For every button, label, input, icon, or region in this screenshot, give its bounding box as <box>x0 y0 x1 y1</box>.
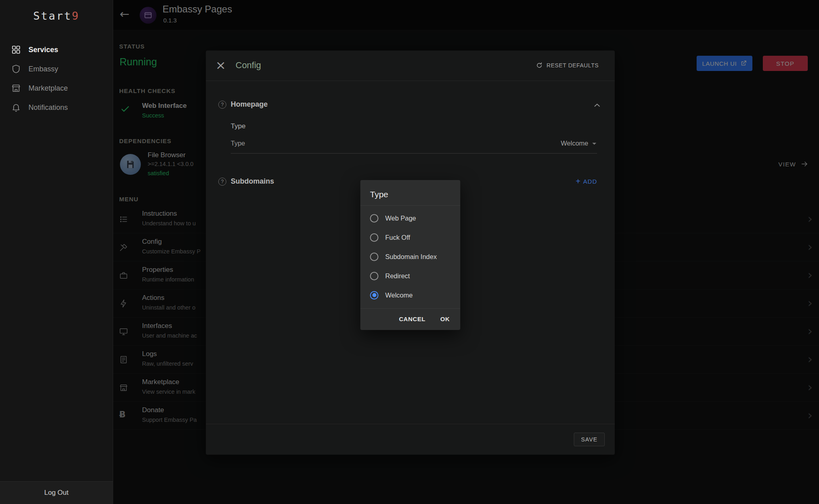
radio-icon <box>370 233 378 242</box>
storefront-icon <box>11 83 21 93</box>
start9-logo: Start9 <box>0 0 113 29</box>
radio-icon <box>370 291 378 300</box>
radio-option-label: Welcome <box>385 291 413 299</box>
dialog-footer: CANCEL OK <box>360 308 460 330</box>
sidebar-item-notifications[interactable]: Notifications <box>0 98 113 117</box>
radio-option-redirect[interactable]: Redirect <box>360 266 460 285</box>
radio-option-web-page[interactable]: Web Page <box>360 208 460 228</box>
sidebar-item-marketplace[interactable]: Marketplace <box>0 79 113 98</box>
sidebar-item-label: Marketplace <box>28 84 68 93</box>
bell-icon <box>11 103 21 112</box>
ok-button[interactable]: OK <box>440 316 450 322</box>
radio-option-label: Fuck Off <box>385 234 410 241</box>
radio-option-subdomain-index[interactable]: Subdomain Index <box>360 247 460 266</box>
logo-accent: 9 <box>72 10 79 22</box>
alert-backdrop[interactable] <box>113 0 819 504</box>
sidebar-item-label: Services <box>28 46 58 54</box>
sidebar-item-label: Embassy <box>28 65 58 73</box>
radio-option-welcome[interactable]: Welcome <box>360 285 460 305</box>
radio-icon <box>370 214 378 223</box>
radio-group: Web Page Fuck Off Subdomain Index Redire… <box>360 206 460 308</box>
logo-text: Start <box>33 10 72 22</box>
app-root: Start9 Services Embassy Marketplace <box>0 0 819 504</box>
radio-option-label: Redirect <box>385 272 410 280</box>
shield-icon <box>11 64 21 74</box>
radio-option-fuck-off[interactable]: Fuck Off <box>360 228 460 247</box>
grid-icon <box>11 45 21 55</box>
cancel-button[interactable]: CANCEL <box>399 316 425 322</box>
sidebar-item-embassy[interactable]: Embassy <box>0 59 113 79</box>
radio-icon <box>370 253 378 261</box>
sidebar-item-services[interactable]: Services <box>0 40 113 59</box>
sidebar-nav: Services Embassy Marketplace Notificatio… <box>0 40 113 117</box>
logout-button[interactable]: Log Out <box>0 481 113 504</box>
dialog-title: Type <box>360 180 460 206</box>
radio-icon <box>370 272 378 280</box>
radio-option-label: Subdomain Index <box>385 253 437 261</box>
type-dialog: Type Web Page Fuck Off Subdomain Index R… <box>360 180 460 330</box>
sidebar: Start9 Services Embassy Marketplace <box>0 0 113 504</box>
sidebar-item-label: Notifications <box>28 103 68 112</box>
radio-option-label: Web Page <box>385 215 416 222</box>
